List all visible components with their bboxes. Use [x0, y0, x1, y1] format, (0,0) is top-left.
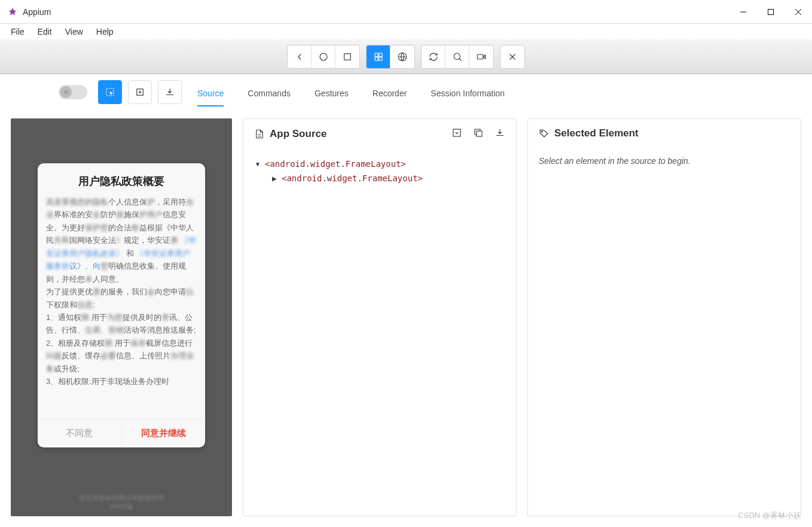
file-icon	[254, 129, 265, 139]
tree-root[interactable]: ▼ <android.widget.FrameLayout>	[254, 157, 505, 171]
svg-rect-6	[375, 53, 378, 56]
svg-rect-9	[378, 57, 381, 60]
device-bg-footer: 安证券股份有限公司版权所有 沪ICP备	[11, 494, 232, 511]
download-xml-button[interactable]	[494, 127, 505, 140]
dialog-footer: 不同意 同意并继续	[38, 419, 205, 447]
caret-down-icon[interactable]: ▼	[254, 161, 261, 167]
body-text: 议》。向	[69, 261, 100, 270]
mode-group	[366, 45, 415, 69]
device-screen: 用户隐私政策概要 高度重视您的隐私个人信息保护，采用符合业界标准的安全防护措施保…	[38, 163, 205, 447]
svg-rect-25	[477, 131, 482, 136]
tab-session-info[interactable]: Session Information	[431, 84, 505, 106]
menu-help[interactable]: Help	[90, 25, 120, 38]
search-button[interactable]	[445, 45, 469, 68]
refresh-button[interactable]	[422, 45, 445, 68]
body-text: 和	[124, 249, 136, 258]
source-title-text: App Source	[270, 128, 326, 140]
tab-commands[interactable]: Commands	[248, 84, 291, 106]
svg-point-26	[541, 131, 542, 132]
tab-source[interactable]: Source	[197, 84, 224, 106]
dialog-cancel-button[interactable]: 不同意	[38, 419, 121, 447]
caret-right-icon[interactable]: ▶	[271, 175, 278, 182]
content: ✕ Source Commands Gestures Recorder Sess…	[0, 74, 812, 527]
body-text: 界标准的安	[54, 210, 93, 219]
tag-icon	[539, 128, 550, 139]
tab-recorder[interactable]: Recorder	[373, 84, 407, 106]
web-mode-button[interactable]	[390, 45, 414, 68]
app-icon	[7, 7, 18, 17]
selected-hint: Select an element in the source to begin…	[539, 156, 790, 166]
back-button[interactable]	[288, 45, 312, 68]
titlebar: Appium	[0, 0, 812, 24]
panels: 用户隐私政策概要 高度重视您的隐私个人信息保护，采用符合业界标准的安全防护措施保…	[11, 118, 801, 516]
tree-child[interactable]: ▶ <android.widget.FrameLayout>	[271, 171, 505, 185]
window-controls	[729, 0, 812, 24]
body-text: ，采用符	[155, 197, 186, 206]
maximize-button[interactable]	[757, 0, 784, 24]
titlebar-left: Appium	[7, 7, 51, 17]
tabs: Source Commands Gestures Recorder Sessio…	[11, 84, 801, 106]
body-text: 用于	[91, 313, 107, 322]
body-text: 或升级;	[54, 364, 80, 373]
copy-xml-button[interactable]	[473, 127, 484, 140]
menubar: File Edit View Help	[0, 24, 812, 39]
selected-body: Select an element in the source to begin…	[528, 148, 801, 516]
svg-rect-8	[375, 57, 378, 60]
watermark: CSDN @雾林小妖	[738, 510, 801, 521]
body-text: 个人信息保	[108, 197, 147, 206]
dialog-ok-button[interactable]: 同意并继续	[121, 419, 206, 447]
body-text: 为了提供更优	[46, 287, 93, 296]
svg-rect-7	[378, 53, 381, 56]
toolbar	[0, 39, 812, 74]
body-text: 1、通知权	[46, 313, 81, 322]
body-text: 施保	[124, 210, 139, 219]
selected-title-text: Selected Element	[554, 127, 639, 139]
source-panel: App Source ▼ <android.widget.FrameLayout…	[243, 118, 517, 516]
native-mode-button[interactable]	[367, 45, 390, 68]
tree-root-label[interactable]: <android.widget.FrameLayout>	[265, 159, 406, 169]
toggle-attrs-button[interactable]	[451, 127, 462, 140]
close-button[interactable]	[784, 0, 812, 24]
body-text: 用于	[115, 339, 130, 348]
selected-panel-header: Selected Element	[528, 119, 801, 148]
source-actions	[451, 127, 505, 140]
source-tree: ▼ <android.widget.FrameLayout> ▶ <androi…	[243, 148, 516, 516]
tab-gestures[interactable]: Gestures	[315, 84, 349, 106]
svg-line-13	[459, 59, 462, 61]
svg-rect-5	[344, 53, 351, 60]
menu-edit[interactable]: Edit	[32, 25, 58, 38]
body-text: 向您申请	[155, 287, 186, 296]
minimize-button[interactable]	[729, 0, 757, 24]
close-group	[500, 45, 525, 69]
body-text: 信息、上传照片	[116, 351, 170, 360]
quit-button[interactable]	[500, 45, 524, 68]
source-panel-title: App Source	[254, 128, 326, 140]
mjpeg-toggle[interactable]: ✕	[59, 85, 87, 99]
menu-view[interactable]: View	[59, 25, 89, 38]
body-text: 截屏信息进行	[146, 339, 193, 348]
tree-child-label[interactable]: <android.widget.FrameLayout>	[282, 173, 423, 183]
body-text: 3、相机权限:用于非现场业务办理时	[46, 377, 169, 386]
home-button[interactable]	[312, 45, 335, 68]
body-text: 2、相册及存储权	[46, 339, 105, 348]
body-text: 的服务，我们	[100, 287, 147, 296]
dialog-title: 用户隐私政策概要	[38, 163, 205, 196]
record-button[interactable]	[469, 45, 493, 68]
body-text: 的合法	[108, 223, 132, 232]
body-text: 提供及时的	[123, 313, 161, 322]
body-text: 规定，华安证	[124, 236, 170, 245]
svg-rect-14	[477, 54, 483, 59]
window-title: Appium	[23, 7, 51, 17]
menu-file[interactable]: File	[5, 25, 30, 38]
body-text: 国网络安全法	[69, 236, 116, 245]
body-text: 反馈、缓存	[62, 351, 100, 360]
body-text: 人同意。	[93, 275, 124, 284]
svg-rect-24	[453, 129, 460, 136]
source-panel-header: App Source	[243, 119, 516, 148]
overview-button[interactable]	[335, 45, 359, 68]
body-text: 防护	[100, 210, 116, 219]
action-group	[421, 45, 494, 69]
dialog-body: 高度重视您的隐私个人信息保护，采用符合业界标准的安全防护措施保护用户信息安全。为…	[38, 196, 205, 419]
device-preview[interactable]: 用户隐私政策概要 高度重视您的隐私个人信息保护，采用符合业界标准的安全防护措施保…	[11, 118, 232, 516]
svg-rect-1	[768, 9, 774, 14]
